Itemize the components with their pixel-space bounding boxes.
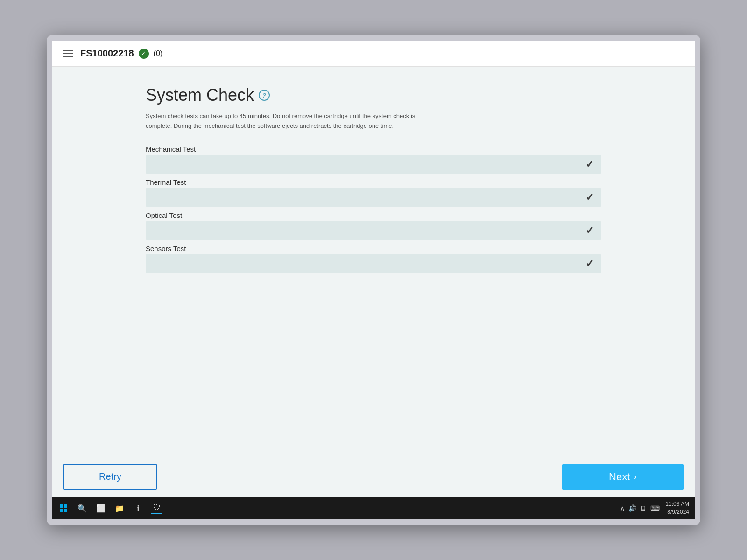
page-description: System check tests can take up to 45 min…: [146, 112, 416, 131]
tests-container: Mechanical Test✓Thermal Test✓Optical Tes…: [146, 145, 601, 273]
info-icon[interactable]: ?: [259, 90, 270, 101]
badge-check-icon: ✓: [141, 50, 146, 57]
test-label: Sensors Test: [146, 245, 601, 252]
svg-rect-3: [64, 509, 67, 512]
test-progress-bar: ✓: [146, 188, 601, 207]
taskbar-left: 🔍 ⬜ 📁 ℹ 🛡: [58, 503, 162, 514]
svg-rect-2: [60, 509, 63, 512]
file-explorer-icon[interactable]: 📁: [114, 503, 125, 514]
network-icon[interactable]: 🖥: [640, 504, 647, 512]
start-button[interactable]: [58, 503, 69, 514]
test-checkmark-icon: ✓: [585, 191, 594, 203]
clock: 11:06 AM 8/9/2024: [665, 500, 689, 516]
next-label: Next: [609, 471, 630, 483]
test-label: Thermal Test: [146, 178, 601, 186]
svg-rect-0: [60, 504, 63, 508]
page-title: System Check: [146, 85, 254, 105]
header: FS10002218 ✓ (0): [52, 41, 695, 67]
search-taskbar-icon[interactable]: 🔍: [77, 503, 88, 514]
title-row: System Check ?: [146, 85, 601, 105]
time-display: 11:06 AM: [665, 500, 689, 508]
test-checkmark-icon: ✓: [585, 258, 594, 270]
test-progress-bar: ✓: [146, 254, 601, 273]
task-view-icon[interactable]: ⬜: [95, 503, 106, 514]
volume-icon[interactable]: 🔊: [628, 504, 636, 512]
app-icon[interactable]: 🛡: [151, 503, 162, 514]
monitor-frame: FS10002218 ✓ (0) System Check ? System c…: [47, 35, 700, 525]
next-chevron-icon: ›: [634, 471, 637, 482]
next-button[interactable]: Next ›: [562, 464, 684, 490]
test-row: Thermal Test✓: [146, 178, 601, 207]
main-content: System Check ? System check tests can ta…: [52, 67, 695, 456]
keyboard-icon[interactable]: ⌨: [650, 504, 660, 512]
test-row: Optical Test✓: [146, 211, 601, 240]
taskbar-right: ∧ 🔊 🖥 ⌨ 11:06 AM 8/9/2024: [620, 500, 689, 516]
device-id: FS10002218: [80, 48, 134, 59]
test-progress-bar: ✓: [146, 155, 601, 174]
test-row: Mechanical Test✓: [146, 145, 601, 174]
svg-rect-1: [64, 504, 67, 508]
test-label: Mechanical Test: [146, 145, 601, 153]
status-badge: ✓: [139, 49, 149, 59]
sys-tray: ∧ 🔊 🖥 ⌨: [620, 504, 660, 512]
test-label: Optical Test: [146, 211, 601, 219]
date-display: 8/9/2024: [665, 508, 689, 516]
test-checkmark-icon: ✓: [585, 224, 594, 237]
retry-button[interactable]: Retry: [63, 464, 157, 490]
test-checkmark-icon: ✓: [585, 158, 594, 170]
taskbar: 🔍 ⬜ 📁 ℹ 🛡 ∧ 🔊 🖥 ⌨ 11:06 AM 8/9/2024: [52, 497, 695, 519]
footer: Retry Next ›: [52, 456, 695, 497]
test-progress-bar: ✓: [146, 221, 601, 240]
alert-count: (0): [154, 49, 163, 58]
menu-button[interactable]: [63, 50, 73, 57]
screen: FS10002218 ✓ (0) System Check ? System c…: [52, 41, 695, 519]
caret-up-icon[interactable]: ∧: [620, 504, 625, 512]
info-taskbar-icon[interactable]: ℹ: [133, 503, 144, 514]
test-row: Sensors Test✓: [146, 245, 601, 273]
